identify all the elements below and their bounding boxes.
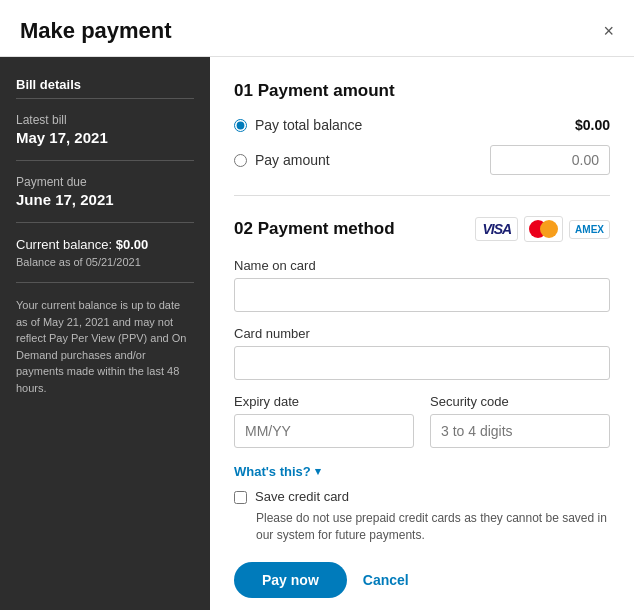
payment-amount-title: 01 Payment amount xyxy=(234,81,610,101)
latest-bill-value: May 17, 2021 xyxy=(16,129,194,146)
pay-total-label[interactable]: Pay total balance xyxy=(234,117,362,133)
expiry-label: Expiry date xyxy=(234,394,414,409)
save-card-label: Save credit card xyxy=(255,489,349,504)
main-content: 01 Payment amount Pay total balance $0.0… xyxy=(210,57,634,610)
payment-due-value: June 17, 2021 xyxy=(16,191,194,208)
chevron-down-icon: ▾ xyxy=(315,465,321,478)
name-on-card-input[interactable] xyxy=(234,278,610,312)
cancel-button[interactable]: Cancel xyxy=(363,572,409,588)
expiry-security-row: Expiry date Security code xyxy=(234,394,610,462)
pay-amount-label[interactable]: Pay amount xyxy=(234,152,330,168)
balance-as-of: Balance as of 05/21/2021 xyxy=(16,256,194,268)
amex-icon: AMEX xyxy=(569,220,610,239)
close-button[interactable]: × xyxy=(603,22,614,40)
sidebar-divider-1 xyxy=(16,160,194,161)
visa-icon: VISA xyxy=(475,217,518,241)
security-label: Security code xyxy=(430,394,610,409)
expiry-group: Expiry date xyxy=(234,394,414,448)
mastercard-icon xyxy=(524,216,563,242)
sidebar-section-title: Bill details xyxy=(16,77,194,99)
current-balance-label: Current balance: xyxy=(16,237,112,252)
sidebar-divider-3 xyxy=(16,282,194,283)
name-on-card-label: Name on card xyxy=(234,258,610,273)
card-number-label: Card number xyxy=(234,326,610,341)
payment-method-title: 02 Payment method xyxy=(234,219,395,239)
pay-now-button[interactable]: Pay now xyxy=(234,562,347,598)
sidebar-note: Your current balance is up to date as of… xyxy=(16,297,194,396)
current-balance-value: $0.00 xyxy=(116,237,149,252)
save-card-note: Please do not use prepaid credit cards a… xyxy=(256,510,610,544)
sidebar: Bill details Latest bill May 17, 2021 Pa… xyxy=(0,57,210,610)
whats-this-link[interactable]: What's this? ▾ xyxy=(234,464,321,479)
save-card-row: Save credit card xyxy=(234,489,610,504)
expiry-input[interactable] xyxy=(234,414,414,448)
make-payment-modal: Make payment × Bill details Latest bill … xyxy=(0,0,634,610)
security-input[interactable] xyxy=(430,414,610,448)
latest-bill-label: Latest bill xyxy=(16,113,194,127)
pay-amount-radio[interactable] xyxy=(234,154,247,167)
card-icons: VISA AMEX xyxy=(475,216,610,242)
sidebar-divider-2 xyxy=(16,222,194,223)
save-card-checkbox[interactable] xyxy=(234,491,247,504)
modal-body: Bill details Latest bill May 17, 2021 Pa… xyxy=(0,57,634,610)
current-balance-line: Current balance: $0.00 xyxy=(16,237,194,252)
section-divider xyxy=(234,195,610,196)
action-row: Pay now Cancel xyxy=(234,562,610,598)
pay-total-option: Pay total balance $0.00 xyxy=(234,117,610,133)
modal-title: Make payment xyxy=(20,18,172,44)
modal-header: Make payment × xyxy=(0,0,634,57)
name-on-card-group: Name on card xyxy=(234,258,610,312)
security-group: Security code xyxy=(430,394,610,448)
pay-amount-option: Pay amount xyxy=(234,145,610,175)
payment-method-header: 02 Payment method VISA AMEX xyxy=(234,216,610,242)
payment-due-label: Payment due xyxy=(16,175,194,189)
card-number-group: Card number xyxy=(234,326,610,380)
whats-this-label: What's this? xyxy=(234,464,311,479)
pay-amount-input[interactable] xyxy=(490,145,610,175)
mc-orange-circle xyxy=(540,220,558,238)
pay-total-value: $0.00 xyxy=(575,117,610,133)
card-number-input[interactable] xyxy=(234,346,610,380)
pay-total-radio[interactable] xyxy=(234,119,247,132)
